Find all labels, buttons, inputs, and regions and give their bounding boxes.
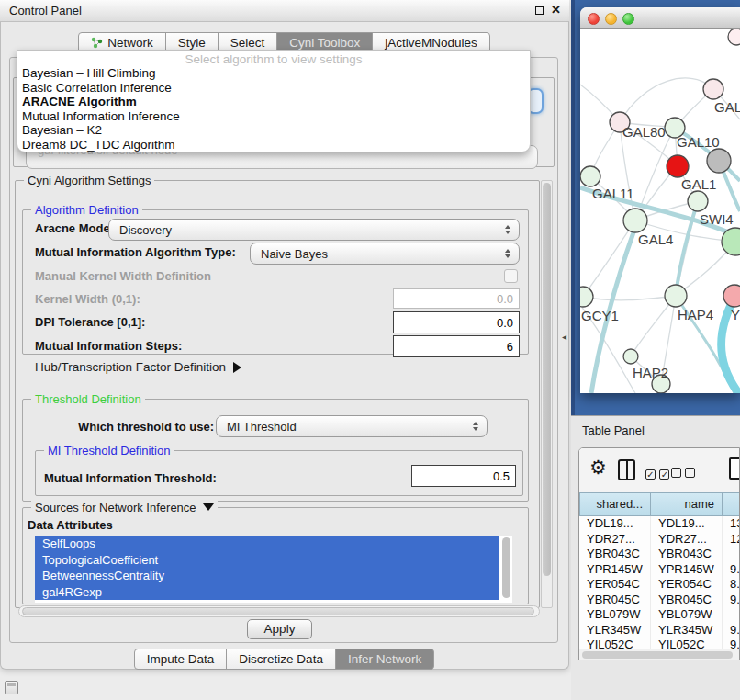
mi-type-combobox[interactable]: Naive Bayes xyxy=(250,243,520,265)
tab-impute-data[interactable]: Impute Data xyxy=(134,649,228,670)
table-horizontal-scrollbar[interactable] xyxy=(579,649,740,660)
network-window: GALGAL80GAL10GAL1GAL11SWI4GAL4GCY1HAP4YH… xyxy=(580,7,740,393)
sources-title[interactable]: Sources for Network Inference xyxy=(31,501,218,514)
table-cell: YIL052C xyxy=(579,638,651,649)
float-window-icon[interactable] xyxy=(535,6,544,15)
columns-icon[interactable] xyxy=(618,459,635,480)
network-node[interactable] xyxy=(707,149,731,173)
attributes-scrollbar-thumb[interactable] xyxy=(502,537,510,598)
settings-scrollbar[interactable] xyxy=(541,180,553,608)
network-node[interactable] xyxy=(580,287,593,307)
settings-horizontal-scrollbar[interactable] xyxy=(18,605,540,617)
dock-panel-icon[interactable] xyxy=(5,681,18,694)
network-canvas[interactable]: GALGAL80GAL10GAL1GAL11SWI4GAL4GCY1HAP4YH… xyxy=(580,29,740,393)
table-cell: YDL19... xyxy=(651,516,723,532)
table-cell xyxy=(723,547,740,562)
table-cell: YLR345W xyxy=(651,623,723,638)
settings-group-title: Cyni Algorithm Settings xyxy=(24,174,154,187)
table-row[interactable]: YLR345WYLR345W9. xyxy=(579,623,740,638)
attribute-item-topologicalcoefficient[interactable]: TopologicalCoefficient xyxy=(35,552,499,569)
data-attributes-list[interactable]: SelfLoopsTopologicalCoefficientBetweenne… xyxy=(35,536,512,603)
table-cell: 12 xyxy=(723,532,740,548)
kernel-width-input[interactable] xyxy=(393,288,520,309)
splitter-collapse-icon[interactable]: ◂ xyxy=(562,332,566,342)
network-edge xyxy=(620,78,713,122)
node-label-gal: GAL xyxy=(714,99,740,115)
algorithm-dropdown-popup: Select algorithm to view settings Bayesi… xyxy=(17,50,531,152)
control-panel-titlebar: Control Panel ✕ xyxy=(0,0,569,22)
table-row[interactable]: YBR043CYBR043C xyxy=(579,547,740,562)
horizontal-scrollbar-thumb[interactable] xyxy=(22,607,534,615)
network-node[interactable] xyxy=(723,285,740,307)
gear-icon[interactable]: ⚙ xyxy=(589,457,607,479)
kernel-width-label: Kernel Width (0,1): xyxy=(35,292,140,306)
attribute-item-betweennesscentrality[interactable]: BetweennessCentrality xyxy=(35,568,499,584)
mi-threshold-label: Mutual Information Threshold: xyxy=(44,471,217,485)
network-node[interactable] xyxy=(665,285,687,307)
attribute-item-selfloops[interactable]: SelfLoops xyxy=(35,536,499,552)
network-node[interactable] xyxy=(688,191,708,211)
table-cell: YBR043C xyxy=(651,547,723,562)
export-table-icon[interactable] xyxy=(729,457,740,480)
network-node[interactable] xyxy=(623,209,647,232)
network-node[interactable] xyxy=(728,29,740,45)
apply-button[interactable]: Apply xyxy=(247,619,312,639)
table-cell: YLR345W xyxy=(579,623,651,638)
which-threshold-label: Which threshold to use: xyxy=(78,420,214,434)
aracne-mode-combobox[interactable]: Discovery xyxy=(108,219,520,241)
mi-steps-input[interactable] xyxy=(393,335,520,357)
algorithm-item-mutual-information-inference[interactable]: Mutual Information Inference xyxy=(17,109,530,124)
table-cell: YBR045C xyxy=(579,593,651,608)
algorithm-item-bayesian-k2[interactable]: Bayesian – K2 xyxy=(17,123,530,138)
manual-kernel-checkbox[interactable] xyxy=(504,269,518,283)
table-cell xyxy=(723,607,740,623)
algorithm-item-aracne-algorithm[interactable]: ARACNE Algorithm xyxy=(17,95,530,109)
column-header-a[interactable]: A xyxy=(723,492,740,516)
mi-type-label: Mutual Information Algorithm Type: xyxy=(35,245,236,259)
network-node[interactable] xyxy=(580,166,600,186)
combo-stepper-icon xyxy=(473,422,487,431)
table-panel-title: Table Panel xyxy=(582,423,645,437)
table-row[interactable]: YPR145WYPR145W9. xyxy=(579,562,740,578)
column-header-shared-[interactable]: shared... xyxy=(579,492,651,516)
table-scrollbar-thumb[interactable] xyxy=(582,651,733,659)
deselect-all-icon[interactable] xyxy=(671,465,695,481)
network-graph: GALGAL80GAL10GAL1GAL11SWI4GAL4GCY1HAP4YH… xyxy=(580,29,740,393)
network-node[interactable] xyxy=(623,349,638,364)
settings-scrollbar-thumb[interactable] xyxy=(543,183,551,576)
combo-stepper-icon xyxy=(505,225,519,234)
tab-discretize-data[interactable]: Discretize Data xyxy=(226,649,336,670)
algorithm-definition-title: Algorithm Definition xyxy=(31,203,142,217)
algorithm-item-dream8-dc-tdc-algorithm[interactable]: Dream8 DC_TDC Algorithm xyxy=(17,138,530,152)
algorithm-item-basic-correlation-inference[interactable]: Basic Correlation Inference xyxy=(17,81,530,96)
network-node[interactable] xyxy=(703,79,723,99)
table-cell: YER054C xyxy=(579,577,651,593)
close-icon[interactable]: ✕ xyxy=(551,3,561,17)
node-label-hap2: HAP2 xyxy=(633,365,668,380)
attribute-item-gal4rgexp[interactable]: gal4RGexp xyxy=(35,584,499,601)
table-row[interactable]: YBR045CYBR045C9. xyxy=(579,593,740,608)
table-row[interactable]: YDL19...YDL19...13 xyxy=(579,516,740,532)
mac-close-icon[interactable] xyxy=(588,13,600,25)
tab-infer-network[interactable]: Infer Network xyxy=(335,649,434,670)
table-cell: 9. xyxy=(723,593,740,608)
table-row[interactable]: YER054CYER054C8. xyxy=(579,577,740,593)
algorithm-placeholder: Select algorithm to view settings xyxy=(17,51,530,66)
table-row[interactable]: YIL052CYIL052C9. xyxy=(579,638,740,649)
table-cell: YBR043C xyxy=(579,547,651,562)
bottom-tab-bar: Impute DataDiscretize DataInfer Network xyxy=(0,649,569,671)
table-row[interactable]: YBL079WYBL079W xyxy=(579,607,740,623)
mi-threshold-input[interactable] xyxy=(411,465,516,487)
dpi-tolerance-input[interactable] xyxy=(393,311,520,333)
mac-zoom-icon[interactable] xyxy=(622,13,634,25)
select-all-icon[interactable]: ✓ ✓ xyxy=(645,465,669,481)
column-header-name[interactable]: name xyxy=(651,492,723,516)
aracne-mode-label: Aracne Mode: xyxy=(35,221,114,235)
network-window-titlebar[interactable] xyxy=(580,7,740,29)
table-row[interactable]: YDR27...YDR27...12 xyxy=(579,532,740,548)
threshold-combobox[interactable]: MI Threshold xyxy=(216,415,488,437)
algorithm-item-bayesian-hill-climbing[interactable]: Bayesian – Hill Climbing xyxy=(17,66,530,81)
network-node[interactable] xyxy=(667,155,689,177)
mac-minimize-icon[interactable] xyxy=(605,13,617,25)
hub-definition-expander[interactable]: Hub/Transcription Factor Definition xyxy=(35,360,241,374)
